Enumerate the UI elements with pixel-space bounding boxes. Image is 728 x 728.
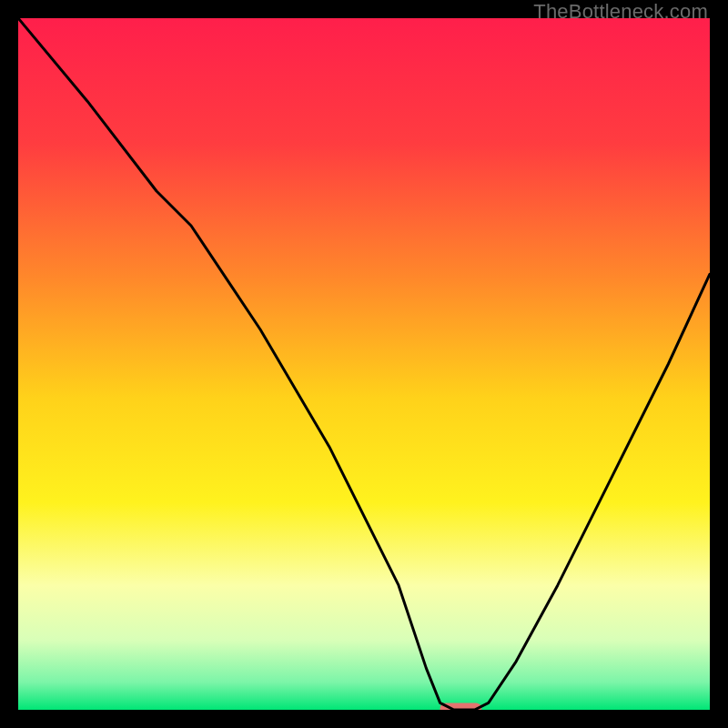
- chart-frame: TheBottleneck.com: [0, 0, 728, 728]
- gradient-background: [18, 18, 710, 710]
- bottleneck-chart: [18, 18, 710, 710]
